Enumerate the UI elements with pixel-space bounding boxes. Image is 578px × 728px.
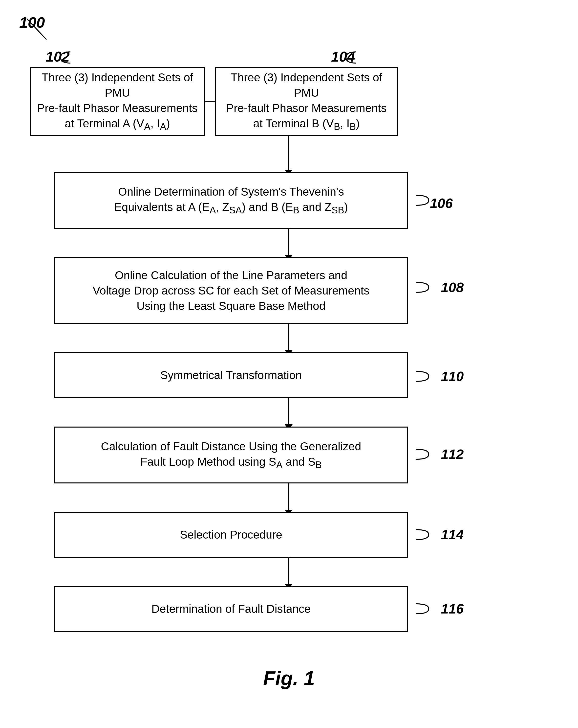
label-116-container: 116 [415, 601, 464, 617]
box-110: Symmetrical Transformation [54, 353, 408, 398]
figure-caption: Fig. 1 [263, 667, 315, 690]
box-114-text: Selection Procedure [175, 524, 287, 545]
box-106: Online Determination of System's Theveni… [54, 172, 408, 229]
label-112: 112 [441, 447, 464, 462]
box-108-text: Online Calculation of the Line Parameter… [88, 265, 375, 316]
arrow-112-114 [288, 484, 289, 511]
box-114: Selection Procedure [54, 512, 408, 557]
box-116: Determination of Fault Distance [54, 586, 408, 632]
arrow-to-106 [288, 136, 289, 171]
box-102-text: Three (3) Independent Sets of PMU Pre-fa… [31, 67, 204, 135]
label-110: 110 [441, 369, 464, 384]
arrow-108-110 [288, 324, 289, 351]
box-112: Calculation of Fault Distance Using the … [54, 426, 408, 484]
label-108-container: 108 [415, 280, 464, 295]
arrow-106-108 [288, 229, 289, 256]
box-106-text: Online Determination of System's Theveni… [109, 182, 353, 219]
box-104: Three (3) Independent Sets of PMU Pre-fa… [215, 67, 398, 136]
arrow-110-112 [288, 398, 289, 425]
box-104-text: Three (3) Independent Sets of PMU Pre-fa… [216, 67, 397, 135]
label-110-container: 110 [415, 368, 464, 384]
bracket-104 [343, 51, 358, 64]
box-102: Three (3) Independent Sets of PMU Pre-fa… [30, 67, 205, 136]
label-106: 106 [415, 193, 440, 211]
box-110-text: Symmetrical Transformation [156, 365, 307, 385]
h-line-top [205, 101, 215, 102]
arrow-114-116 [288, 557, 289, 585]
bracket-102 [58, 51, 73, 64]
box-108: Online Calculation of the Line Parameter… [54, 257, 408, 324]
label-108: 108 [441, 280, 464, 295]
svg-line-0 [27, 19, 47, 40]
label-112-container: 112 [415, 446, 464, 462]
box-112-text: Calculation of Fault Distance Using the … [96, 436, 366, 474]
label-116: 116 [441, 601, 464, 617]
label-114: 114 [441, 527, 464, 542]
box-116-text: Determination of Fault Distance [146, 599, 315, 619]
label-114-container: 114 [415, 527, 464, 543]
diagram-container: 100 102 104 Three (3) Independent Sets o… [0, 0, 578, 728]
